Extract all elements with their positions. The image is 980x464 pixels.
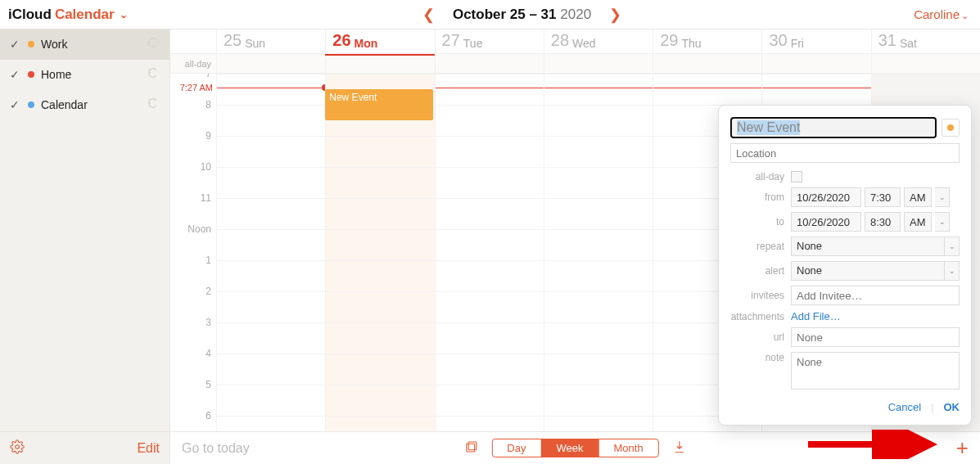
calendar-name: Calendar — [41, 98, 88, 111]
check-icon: ✓ — [10, 38, 20, 51]
add-event-button[interactable]: + — [956, 435, 969, 461]
day-column[interactable] — [544, 74, 653, 431]
view-segment: DayWeekMonth — [491, 439, 658, 457]
note-textarea[interactable] — [791, 352, 960, 390]
day-header[interactable]: 29Thu — [653, 29, 761, 53]
bottom-bar: Go to today DayWeekMonth + — [170, 431, 980, 464]
sidebar-calendar-item[interactable]: ✓ Work — [0, 29, 169, 60]
day-column[interactable] — [216, 74, 325, 431]
calendar-name: Home — [41, 68, 71, 81]
day-header[interactable]: 26Mon — [325, 29, 434, 53]
allday-checkbox[interactable] — [791, 171, 802, 182]
go-to-today-input[interactable]: Go to today — [182, 441, 250, 456]
app-title-dropdown[interactable]: iCloud Calendar ⌄ — [0, 7, 170, 23]
svg-rect-1 — [466, 444, 474, 452]
chevron-down-icon[interactable]: ⌄ — [935, 187, 950, 207]
edit-button[interactable]: Edit — [137, 441, 160, 456]
from-date-input[interactable] — [791, 187, 861, 207]
share-icon[interactable] — [147, 36, 160, 52]
sidebar-calendar-item[interactable]: ✓ Home — [0, 60, 169, 90]
allday-label: all-day — [730, 171, 791, 182]
event-calendar-picker[interactable] — [942, 119, 960, 137]
url-input[interactable] — [791, 327, 960, 347]
date-range: October 25 – 31 2020 — [453, 7, 591, 23]
view-week[interactable]: Week — [540, 439, 598, 457]
download-icon[interactable] — [672, 439, 687, 457]
day-column[interactable] — [325, 74, 434, 431]
from-ampm-input[interactable] — [904, 187, 932, 207]
add-file-button[interactable]: Add File… — [791, 310, 841, 322]
app-prefix: iCloud — [8, 7, 52, 23]
chevron-down-icon: ⌄ — [120, 9, 128, 20]
check-icon: ✓ — [10, 68, 20, 81]
calendar-name: Work — [41, 38, 67, 51]
from-time-input[interactable] — [865, 187, 901, 207]
to-time-input[interactable] — [865, 212, 901, 232]
check-icon: ✓ — [10, 98, 20, 111]
day-header[interactable]: 31Sat — [871, 29, 980, 53]
alert-select[interactable]: None⌄ — [791, 261, 960, 281]
top-bar: iCloud Calendar ⌄ ❮ October 25 – 31 2020… — [0, 0, 980, 29]
chevron-down-icon: ⌄ — [945, 237, 960, 256]
day-header[interactable]: 27Tue — [435, 29, 544, 53]
app-name: Calendar — [55, 7, 115, 23]
view-day[interactable]: Day — [492, 439, 540, 457]
calendar-event[interactable]: New Event — [325, 89, 432, 120]
event-title-input[interactable] — [730, 117, 937, 138]
repeat-select[interactable]: None⌄ — [791, 237, 960, 256]
share-icon[interactable] — [147, 66, 160, 83]
day-header[interactable]: 25Sun — [216, 29, 325, 53]
overlay-calendars-icon[interactable] — [463, 439, 478, 457]
ok-button[interactable]: OK — [944, 401, 960, 413]
day-column[interactable] — [435, 74, 544, 431]
allday-label: all-day — [170, 54, 216, 73]
calendar-color-dot — [28, 71, 34, 78]
view-month[interactable]: Month — [598, 439, 657, 457]
cancel-button[interactable]: Cancel — [888, 401, 921, 413]
calendar-color-dot — [28, 101, 34, 108]
day-header[interactable]: 30Fri — [761, 29, 870, 53]
to-ampm-input[interactable] — [904, 212, 932, 232]
sidebar-calendar-item[interactable]: ✓ Calendar — [0, 90, 169, 120]
to-date-input[interactable] — [791, 212, 861, 232]
calendar-color-dot — [28, 41, 34, 47]
gear-icon[interactable] — [10, 439, 25, 457]
next-week-button[interactable]: ❯ — [609, 6, 621, 24]
chevron-down-icon[interactable]: ⌄ — [935, 212, 950, 232]
invitees-input[interactable] — [791, 286, 960, 305]
svg-point-0 — [16, 444, 20, 448]
user-menu[interactable]: Caroline⌄ — [874, 7, 980, 21]
svg-rect-2 — [468, 442, 476, 450]
share-icon[interactable] — [147, 97, 160, 113]
event-editor-popover: all-day from ⌄ to ⌄ repea — [718, 105, 972, 426]
sidebar: ✓ Work ✓ Home ✓ Calendar Edit — [0, 29, 170, 464]
day-header[interactable]: 28Wed — [544, 29, 653, 53]
chevron-down-icon: ⌄ — [961, 11, 969, 20]
prev-week-button[interactable]: ❮ — [422, 6, 435, 24]
chevron-down-icon: ⌄ — [945, 261, 960, 281]
event-location-input[interactable] — [730, 143, 960, 163]
